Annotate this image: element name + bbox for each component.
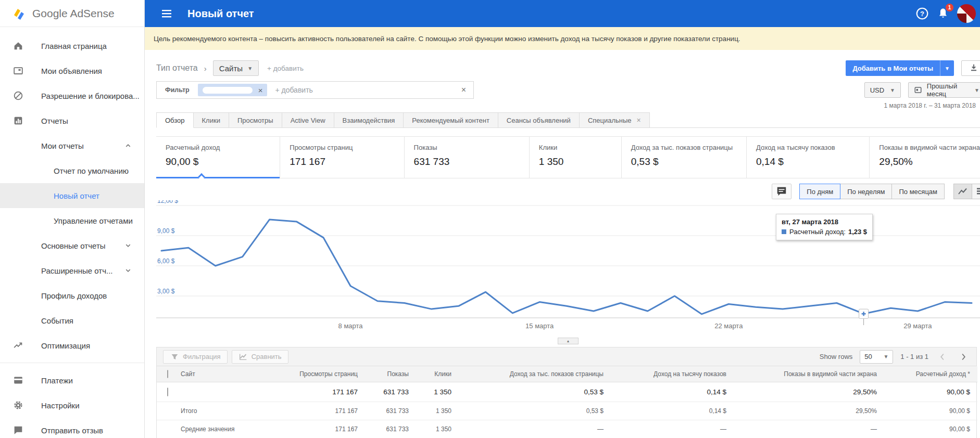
- metric-card-1[interactable]: Расчетный доход 90,00 $: [156, 137, 280, 178]
- tab-взаимодействия[interactable]: Взаимодействия: [334, 112, 404, 128]
- sidebar-item-управление-отчетами[interactable]: Управление отчетами: [0, 208, 144, 233]
- currency-value: USD: [870, 86, 884, 94]
- table-filter-button[interactable]: Фильтрация: [163, 350, 228, 364]
- next-page-button[interactable]: [957, 350, 970, 364]
- line-chart-button[interactable]: [953, 184, 972, 199]
- bar-chart-button[interactable]: [972, 184, 980, 199]
- granularity-button-по-месяцам[interactable]: По месяцам: [891, 184, 945, 199]
- tab-active-view[interactable]: Active View: [282, 112, 334, 128]
- breadcrumb: Тип отчета › Сайты ▼ + добавить Добавить…: [156, 59, 980, 77]
- home-icon: [12, 40, 24, 51]
- table-cell: 631 733: [365, 382, 416, 402]
- granularity-button-по-неделям[interactable]: По неделям: [840, 184, 892, 199]
- column-header[interactable]: Сайт: [175, 366, 271, 382]
- add-to-my-reports-caret[interactable]: ▼: [940, 60, 954, 76]
- download-button[interactable]: ▼: [961, 60, 980, 76]
- table-cell: —: [459, 420, 611, 438]
- table-cell: —: [611, 420, 734, 438]
- sidebar-item-профиль-доходов[interactable]: Профиль доходов: [0, 283, 144, 308]
- sidebar-item-мои-отчеты[interactable]: Мои отчеты: [0, 133, 144, 158]
- column-header[interactable]: Доход за тыс. показов страницы: [459, 366, 611, 382]
- tab-close-icon[interactable]: ×: [637, 116, 641, 124]
- dropdown-caret-icon: ▼: [945, 66, 950, 71]
- column-header[interactable]: Клики: [416, 366, 459, 382]
- dropdown-caret-icon: ▼: [890, 87, 895, 93]
- tab-сеансы-объявлений[interactable]: Сеансы объявлений: [498, 112, 580, 128]
- sidebar-divider: [0, 363, 144, 363]
- sidebar-item-новый-отчет[interactable]: Новый отчет: [0, 183, 144, 208]
- metric-card-6[interactable]: Доход на тысячу показов 0,14 $: [747, 137, 870, 178]
- sidebar-item-label: Расширенные отч...: [41, 266, 113, 275]
- date-range-dropdown[interactable]: Прошлый месяц ▼: [908, 82, 980, 98]
- breadcrumb-separator-icon: ›: [204, 64, 207, 73]
- table-cell: —: [734, 420, 884, 438]
- metric-cards: Расчетный доход 90,00 $Просмотры страниц…: [156, 136, 980, 178]
- table-compare-button[interactable]: Сравнить: [232, 350, 288, 364]
- sidebar-item-оптимизация[interactable]: Оптимизация: [0, 333, 144, 358]
- tab-label: Взаимодействия: [343, 117, 395, 124]
- metric-card-7[interactable]: Показы в видимой части экрана 29,50%: [870, 137, 980, 178]
- notifications-bell-icon[interactable]: 1: [936, 7, 950, 20]
- sidebar-item-отчеты[interactable]: Отчеты: [0, 108, 144, 133]
- metric-value: 631 733: [414, 156, 529, 168]
- tab-label: Обзор: [165, 117, 185, 124]
- page-size-dropdown[interactable]: 50 ▼: [860, 350, 893, 364]
- filter-label: Фильтр: [157, 86, 198, 94]
- sidebar-item-главная-страница[interactable]: Главная страница: [0, 33, 144, 58]
- select-all-checkbox[interactable]: [167, 370, 168, 378]
- sidebar-item-мои-объявления[interactable]: Мои объявления: [0, 58, 144, 83]
- table-body: 171 167631 7331 3500,53 $0,14 $29,50%90,…: [157, 382, 977, 438]
- tab-клики[interactable]: Клики: [194, 112, 229, 128]
- sidebar-item-основные-отчеты[interactable]: Основные отчеты: [0, 233, 144, 258]
- avatar[interactable]: [957, 4, 976, 23]
- previous-page-button[interactable]: [936, 350, 949, 364]
- metric-card-3[interactable]: Показы 631 733: [405, 137, 530, 178]
- tab-рекомендуемый-контент[interactable]: Рекомендуемый контент: [404, 112, 498, 128]
- annotations-button[interactable]: [772, 184, 791, 199]
- filter-chip[interactable]: ×: [198, 84, 268, 96]
- dropdown-caret-icon: ▼: [974, 87, 979, 93]
- sidebar-item-label: Отчеты: [41, 117, 68, 125]
- granularity-button-по-дням[interactable]: По дням: [799, 184, 840, 199]
- tab-label: Active View: [291, 117, 325, 124]
- hamburger-menu-icon[interactable]: [160, 7, 173, 20]
- row-checkbox[interactable]: [167, 388, 168, 396]
- metric-card-4[interactable]: Клики 1 350: [530, 137, 622, 178]
- filter-add-placeholder[interactable]: + добавить: [275, 86, 454, 94]
- filter-chip-close-icon[interactable]: ×: [258, 86, 263, 94]
- sidebar-item-события[interactable]: События: [0, 308, 144, 333]
- tab-обзор[interactable]: Обзор: [156, 112, 194, 128]
- feedback-icon: [12, 424, 24, 436]
- column-header[interactable]: Просмотры страниц: [271, 366, 365, 382]
- metric-card-5[interactable]: Доход за тыс. показов страницы 0,53 $: [622, 137, 747, 178]
- table-cell: 0,14 $: [611, 382, 734, 402]
- tab-специальные[interactable]: Специальные×: [580, 112, 650, 128]
- tab-просмотры[interactable]: Просмотры: [229, 112, 282, 128]
- currency-dropdown[interactable]: USD ▼: [864, 82, 901, 98]
- column-header[interactable]: Показы в видимой части экрана: [734, 366, 884, 382]
- collapse-chart-button[interactable]: ▲: [558, 338, 579, 344]
- sidebar-item-разрешение-и-блокирова-[interactable]: Разрешение и блокирова...: [0, 83, 144, 108]
- add-to-my-reports-button[interactable]: Добавить в Мои отчеты ▼: [846, 60, 954, 76]
- sidebar-item-label: Разрешение и блокирова...: [41, 92, 140, 100]
- reports-icon: [12, 115, 24, 126]
- sidebar-item-расширенные-отч-[interactable]: Расширенные отч...: [0, 258, 144, 283]
- sidebar-item-платежи[interactable]: Платежи: [0, 368, 144, 393]
- comment-icon: [776, 186, 787, 197]
- chevron-down-icon: [123, 266, 133, 275]
- column-header[interactable]: Показы: [365, 366, 416, 382]
- sidebar-item-отчет-по-умолчанию[interactable]: Отчет по умолчанию: [0, 158, 144, 183]
- add-report-type-link[interactable]: + добавить: [267, 65, 304, 72]
- column-header[interactable]: Доход на тысячу показов: [611, 366, 734, 382]
- sidebar-item-отправить-отзыв[interactable]: Отправить отзыв: [0, 418, 144, 438]
- column-header[interactable]: Расчетный доход *: [884, 366, 977, 382]
- svg-text:8 марта: 8 марта: [338, 322, 363, 330]
- metric-label: Показы: [414, 144, 529, 151]
- calendar-icon: [914, 85, 923, 95]
- metric-card-2[interactable]: Просмотры страниц 171 167: [280, 137, 404, 178]
- report-type-dropdown[interactable]: Сайты ▼: [213, 60, 259, 76]
- help-icon[interactable]: ?: [915, 7, 929, 20]
- sidebar-item-настройки[interactable]: Настройки: [0, 393, 144, 418]
- filter-bar[interactable]: Фильтр × + добавить ×: [156, 81, 474, 99]
- filter-clear-icon[interactable]: ×: [454, 85, 473, 95]
